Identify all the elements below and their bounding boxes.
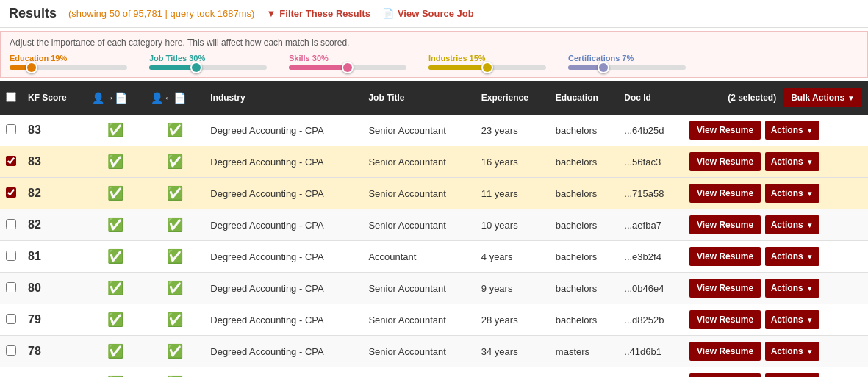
industries-slider-fill <box>428 65 487 70</box>
row-checkbox-cell <box>0 178 22 209</box>
filter-results-button[interactable]: ▼ Filter These Results <box>266 8 370 19</box>
row-checkbox-cell <box>0 241 22 273</box>
doc-id-cell: ...e3b2f4 <box>618 241 684 273</box>
actions-button[interactable]: Actions ▼ <box>765 121 819 140</box>
education-cell: masters <box>550 336 618 367</box>
job-titles-slider-track[interactable] <box>149 65 267 70</box>
source-check-icon: ✅ <box>167 312 183 327</box>
job-title-header: Job Title <box>362 81 475 115</box>
doc-id-cell: ...715a58 <box>618 178 684 209</box>
match-check-icon: ✅ <box>107 218 123 232</box>
view-resume-button[interactable]: View Resume <box>689 184 761 203</box>
education-slider-track[interactable] <box>10 65 127 70</box>
experience-cell: 22 years <box>476 367 550 378</box>
actions-cell: View Resume Actions ▼ <box>684 336 868 367</box>
row-checkbox-cell <box>0 304 22 336</box>
kf-score-cell: 78 <box>22 336 86 367</box>
row-checkbox[interactable] <box>6 187 16 198</box>
row-checkbox[interactable] <box>6 156 16 166</box>
table-row: 82 ✅ ✅ Degreed Accounting - CPA Senior A… <box>0 178 868 209</box>
actions-button[interactable]: Actions ▼ <box>765 310 819 329</box>
row-checkbox[interactable] <box>6 124 16 134</box>
doc-id-cell: ...56fac3 <box>618 146 684 178</box>
select-all-header <box>0 81 22 115</box>
match-icon-cell: ✅ <box>86 209 146 241</box>
industry-cell: Degreed Accounting - CPA <box>204 241 362 273</box>
education-slider-item: Education 19% <box>10 54 127 70</box>
table-row: 79 ✅ ✅ Degreed Accounting - CPA Senior A… <box>0 304 868 336</box>
col3-header: 👤←📄 <box>145 81 204 115</box>
job-titles-slider-thumb[interactable] <box>190 62 202 73</box>
table-header-row: KF Score 👤→📄 👤←📄 Industry Job Title Expe… <box>0 81 868 115</box>
actions-button[interactable]: Actions ▼ <box>765 152 819 171</box>
actions-caret: ▼ <box>806 126 814 134</box>
match-icon-cell: ✅ <box>86 178 146 209</box>
actions-cell: View Resume Actions ▼ <box>684 241 868 273</box>
industry-cell: Degreed Accounting - CPA <box>204 178 362 209</box>
view-resume-button[interactable]: View Resume <box>689 121 761 140</box>
industry-cell: Degreed Accounting - CPA <box>204 115 362 146</box>
match-check-icon: ✅ <box>107 186 123 201</box>
source-icon-cell: ✅ <box>145 115 204 146</box>
actions-caret: ▼ <box>806 348 814 356</box>
doc-id-cell: ...aefba7 <box>618 209 684 241</box>
row-checkbox-cell <box>0 273 22 304</box>
results-table-wrapper: KF Score 👤→📄 👤←📄 Industry Job Title Expe… <box>0 81 868 377</box>
kf-score-cell: 81 <box>22 241 86 273</box>
row-checkbox-cell <box>0 146 22 178</box>
row-checkbox[interactable] <box>6 345 16 356</box>
view-resume-button[interactable]: View Resume <box>689 247 761 266</box>
match-check-icon: ✅ <box>107 123 123 137</box>
row-checkbox[interactable] <box>6 282 16 292</box>
job-title-cell: Senior Accountant <box>362 336 475 367</box>
job-title-cell: Accountant <box>362 241 475 273</box>
actions-button[interactable]: Actions ▼ <box>765 184 819 203</box>
education-cell: bachelors <box>550 273 618 304</box>
experience-cell: 4 years <box>476 241 550 273</box>
actions-button[interactable]: Actions ▼ <box>765 215 819 234</box>
industries-slider-thumb[interactable] <box>481 62 493 73</box>
education-slider-thumb[interactable] <box>26 62 37 73</box>
match-icon-cell: ✅ <box>86 304 146 336</box>
actions-button[interactable]: Actions ▼ <box>765 247 819 266</box>
actions-button[interactable]: Actions ▼ <box>765 342 819 361</box>
certifications-slider-track[interactable] <box>568 65 686 70</box>
view-resume-button[interactable]: View Resume <box>689 373 761 377</box>
view-resume-button[interactable]: View Resume <box>689 215 761 234</box>
view-resume-button[interactable]: View Resume <box>689 152 761 171</box>
view-resume-button[interactable]: View Resume <box>689 342 761 361</box>
match-check-icon: ✅ <box>107 281 123 295</box>
row-checkbox[interactable] <box>6 314 16 324</box>
actions-cell: View Resume Actions ▼ <box>684 273 868 304</box>
source-icon-cell: ✅ <box>145 367 204 378</box>
doc-id-header: Doc Id <box>618 81 684 115</box>
kf-score-cell: 83 <box>22 146 86 178</box>
industries-slider-track[interactable] <box>428 65 546 70</box>
select-all-checkbox[interactable] <box>6 92 16 102</box>
job-titles-slider-item: Job Titles 30% <box>149 54 267 70</box>
actions-button[interactable]: Actions ▼ <box>765 279 819 298</box>
experience-cell: 11 years <box>476 178 550 209</box>
match-check-icon: ✅ <box>107 154 123 169</box>
skills-slider-thumb[interactable] <box>342 62 354 73</box>
sliders-row: Education 19% Job Titles 30% Skills 30% … <box>10 54 858 70</box>
source-icon-cell: ✅ <box>145 146 204 178</box>
education-cell: bachelors <box>550 178 618 209</box>
skills-slider-track[interactable] <box>289 65 406 70</box>
view-resume-button[interactable]: View Resume <box>689 279 761 298</box>
source-icon-cell: ✅ <box>145 336 204 367</box>
actions-button[interactable]: Actions ▼ <box>765 373 819 377</box>
certifications-slider-item: Certifications 7% <box>568 54 686 70</box>
education-cell: bachelors <box>550 304 618 336</box>
view-source-job-button[interactable]: 📄 View Source Job <box>382 8 474 19</box>
bulk-actions-caret: ▼ <box>847 94 855 102</box>
view-resume-button[interactable]: View Resume <box>689 310 761 329</box>
skills-slider-fill <box>289 65 348 70</box>
industry-cell: Degreed Accounting - CPA <box>204 273 362 304</box>
kf-score-cell: 82 <box>22 209 86 241</box>
row-checkbox[interactable] <box>6 219 16 229</box>
bulk-actions-button[interactable]: Bulk Actions ▼ <box>783 88 862 107</box>
row-checkbox[interactable] <box>6 251 16 261</box>
source-check-icon: ✅ <box>167 249 183 264</box>
certifications-slider-thumb[interactable] <box>598 62 609 73</box>
